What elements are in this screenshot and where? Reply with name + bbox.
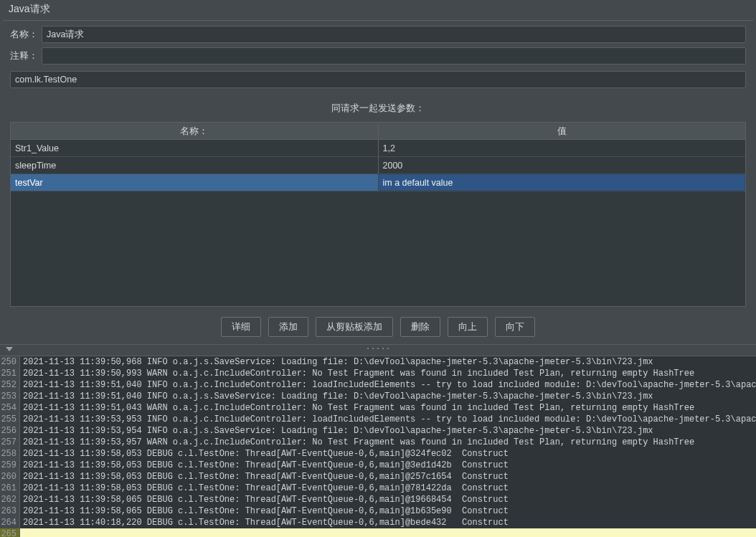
log-line: 2602021-11-13 11:39:58,053 DEBUG c.l.Tes…: [0, 471, 756, 483]
param-value-cell[interactable]: 2000: [379, 157, 746, 174]
log-text: 2021-11-13 11:39:58,053 DEBUG c.l.TestOn…: [20, 483, 509, 494]
log-text: 2021-11-13 11:39:50,993 WARN o.a.j.c.Inc…: [20, 368, 694, 379]
line-number: 252: [0, 379, 20, 391]
grip-icon: [367, 348, 389, 351]
log-line: 2622021-11-13 11:39:58,065 DEBUG c.l.Tes…: [0, 494, 756, 505]
line-number: 251: [0, 368, 20, 379]
log-line: 2562021-11-13 11:39:53,954 INFO o.a.j.s.…: [0, 425, 756, 437]
button-row: 详细 添加 从剪贴板添加 删除 向上 向下: [0, 307, 756, 344]
param-name-cell[interactable]: sleepTime: [11, 157, 379, 174]
name-row: 名称：: [0, 24, 756, 45]
classname-input[interactable]: [10, 71, 746, 88]
line-number: 258: [0, 448, 20, 460]
params-table-body: Str1_Value1,2sleepTime2000testVarim a de…: [11, 140, 745, 306]
log-text: 2021-11-13 11:39:58,053 DEBUG c.l.TestOn…: [20, 448, 509, 460]
comment-label: 注释：: [10, 49, 42, 62]
name-input[interactable]: [42, 26, 746, 43]
log-text: 2021-11-13 11:39:51,040 INFO o.a.j.c.Inc…: [20, 379, 756, 391]
param-name-cell[interactable]: testVar: [11, 174, 378, 191]
table-row[interactable]: testVarim a default value: [11, 174, 745, 191]
line-number: 253: [0, 391, 20, 402]
comment-input[interactable]: [42, 47, 746, 65]
log-line: 2552021-11-13 11:39:53,953 INFO o.a.j.c.…: [0, 414, 756, 425]
params-table-header: 名称： 值: [11, 123, 745, 140]
log-text: 2021-11-13 11:39:58,065 DEBUG c.l.TestOn…: [20, 505, 509, 517]
log-text: 2021-11-13 11:39:53,953 INFO o.a.j.c.Inc…: [20, 414, 756, 425]
delete-button[interactable]: 删除: [400, 317, 440, 337]
log-text: 2021-11-13 11:39:51,043 WARN o.a.j.c.Inc…: [20, 402, 694, 414]
param-name-cell[interactable]: Str1_Value: [11, 140, 379, 156]
log-text: 2021-11-13 11:39:58,053 DEBUG c.l.TestOn…: [20, 460, 509, 471]
log-line: 2522021-11-13 11:39:51,040 INFO o.a.j.c.…: [0, 379, 756, 391]
comment-row: 注释：: [0, 45, 756, 67]
chevron-down-icon: [6, 347, 13, 351]
log-text: [20, 528, 756, 537]
line-number: 254: [0, 402, 20, 414]
splitter-handle[interactable]: [0, 344, 756, 353]
log-line: 2502021-11-13 11:39:50,968 INFO o.a.j.s.…: [0, 356, 756, 368]
log-line: 2642021-11-13 11:40:18,220 DEBUG c.l.Tes…: [0, 517, 756, 528]
line-number: 261: [0, 483, 20, 494]
log-panel[interactable]: 2502021-11-13 11:39:50,968 INFO o.a.j.s.…: [0, 356, 756, 537]
log-line: 2582021-11-13 11:39:58,053 DEBUG c.l.Tes…: [0, 448, 756, 460]
header-value[interactable]: 值: [379, 125, 746, 138]
log-line: 2612021-11-13 11:39:58,053 DEBUG c.l.Tes…: [0, 483, 756, 494]
log-text: 2021-11-13 11:39:58,065 DEBUG c.l.TestOn…: [20, 494, 509, 505]
params-section-title: 同请求一起发送参数：: [0, 90, 756, 122]
log-line: 2542021-11-13 11:39:51,043 WARN o.a.j.c.…: [0, 402, 756, 414]
header-name[interactable]: 名称：: [11, 125, 379, 138]
line-number: 264: [0, 517, 20, 528]
line-number: 262: [0, 494, 20, 505]
move-up-button[interactable]: 向上: [448, 317, 488, 337]
params-table: 名称： 值 Str1_Value1,2sleepTime2000testVari…: [10, 122, 746, 307]
table-row[interactable]: Str1_Value1,2: [11, 140, 745, 157]
move-down-button[interactable]: 向下: [495, 317, 535, 337]
panel-title: Java请求: [0, 0, 756, 20]
line-number: 250: [0, 356, 20, 368]
log-text: 2021-11-13 11:39:58,053 DEBUG c.l.TestOn…: [20, 471, 509, 483]
add-button[interactable]: 添加: [268, 317, 308, 337]
log-text: 2021-11-13 11:39:53,957 WARN o.a.j.c.Inc…: [20, 437, 694, 448]
line-number: 256: [0, 425, 20, 437]
line-number: 260: [0, 471, 20, 483]
line-number: 265: [0, 528, 20, 537]
param-value-cell[interactable]: im a default value: [378, 174, 746, 191]
log-line: 2532021-11-13 11:39:51,040 INFO o.a.j.s.…: [0, 391, 756, 402]
log-line: 2632021-11-13 11:39:58,065 DEBUG c.l.Tes…: [0, 505, 756, 517]
log-line: 2572021-11-13 11:39:53,957 WARN o.a.j.c.…: [0, 437, 756, 448]
detail-button[interactable]: 详细: [221, 317, 261, 337]
name-label: 名称：: [10, 28, 42, 41]
log-text: 2021-11-13 11:39:50,968 INFO o.a.j.s.Sav…: [20, 356, 653, 368]
log-line: 2512021-11-13 11:39:50,993 WARN o.a.j.c.…: [0, 368, 756, 379]
log-text: 2021-11-13 11:40:18,220 DEBUG c.l.TestOn…: [20, 517, 509, 528]
table-row[interactable]: sleepTime2000: [11, 157, 745, 174]
log-text: 2021-11-13 11:39:53,954 INFO o.a.j.s.Sav…: [20, 425, 653, 437]
java-request-panel: Java请求 名称： 注释： 同请求一起发送参数： 名称： 值 Str1_Val…: [0, 0, 756, 537]
line-number: 263: [0, 505, 20, 517]
add-from-clipboard-button[interactable]: 从剪贴板添加: [316, 317, 393, 337]
line-number: 257: [0, 437, 20, 448]
log-text: 2021-11-13 11:39:51,040 INFO o.a.j.s.Sav…: [20, 391, 653, 402]
classname-row: [0, 67, 756, 90]
line-number: 259: [0, 460, 20, 471]
log-line: 265: [0, 528, 756, 537]
divider: [3, 20, 753, 21]
line-number: 255: [0, 414, 20, 425]
log-line: 2592021-11-13 11:39:58,053 DEBUG c.l.Tes…: [0, 460, 756, 471]
param-value-cell[interactable]: 1,2: [379, 140, 746, 156]
